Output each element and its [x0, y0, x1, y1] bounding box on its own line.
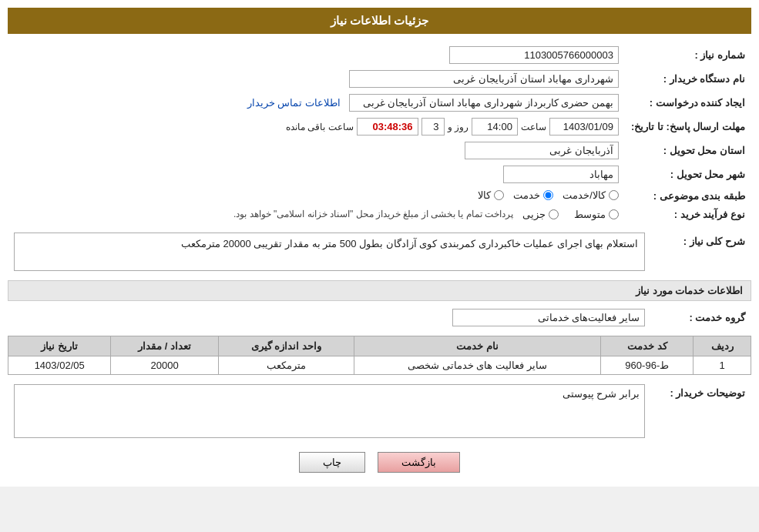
- ijad-konande-label: ایجاد کننده درخواست :: [625, 91, 751, 115]
- sharh-table: شرح کلی نیاز : استعلام بهای اجرای عملیات…: [8, 229, 751, 274]
- mohlat-saat: 14:00: [472, 118, 518, 136]
- grooh-khedmat-value: سایر فعالیت‌های خدماتی: [452, 309, 645, 326]
- ostan-label: استان محل تحویل :: [625, 139, 751, 162]
- tosif-placeholder: برابر شرح پیوستی: [563, 388, 640, 400]
- radio-khedmat-input[interactable]: [543, 190, 553, 200]
- name-dastgah-label: نام دستگاه خریدار :: [625, 67, 751, 91]
- mohlat-label: مهلت ارسال پاسخ: تا تاریخ:: [625, 115, 751, 139]
- mohlat-date: 1403/01/09: [549, 118, 619, 136]
- radio-kala-khedmat-label: کالا/خدمت: [563, 189, 606, 201]
- shomara-niaz-label: شماره نیاز :: [625, 43, 751, 67]
- nooe-farayand-label: نوع فرآیند خرید :: [625, 206, 751, 223]
- tosif-value: برابر شرح پیوستی: [14, 384, 645, 438]
- radio-jozii-label: جزیی: [522, 209, 546, 220]
- mohlat-saat-label: ساعت: [521, 122, 546, 132]
- button-row: بازگشت چاپ: [8, 452, 751, 473]
- radio-note: پرداخت تمام یا بخشی از مبلغ خریداز محل "…: [233, 209, 513, 219]
- cell-radif: 1: [694, 356, 751, 375]
- col-vahed: واحد اندازه گیری: [218, 336, 354, 356]
- shomara-niaz-value: 1103005766000003: [449, 46, 619, 64]
- radio-khedmat-label: خدمت: [513, 189, 540, 201]
- khadamat-section-header: اطلاعات خدمات مورد نیاز: [8, 280, 751, 301]
- radio-mottavaset-label: متوسط: [574, 209, 606, 220]
- cell-kod: ط-96-960: [601, 356, 694, 375]
- back-button[interactable]: بازگشت: [378, 452, 460, 473]
- radio-mottavaset-input[interactable]: [609, 209, 619, 219]
- col-nam: نام خدمت: [354, 336, 601, 356]
- radio-kala-label: کالا: [478, 189, 491, 201]
- name-dastgah-value: شهرداری مهاباد استان آذربایجان غربی: [349, 70, 619, 88]
- radio-kala-input[interactable]: [494, 190, 504, 200]
- mohlat-remaining-label: ساعت باقی مانده: [286, 122, 354, 132]
- radio-kala-khedmat: کالا/خدمت: [563, 189, 619, 201]
- radio-jozii: جزیی: [522, 209, 559, 220]
- cell-vahed: مترمکعب: [218, 356, 354, 375]
- mohlat-roz-label: روز و: [448, 122, 468, 132]
- grooh-khedmat-label: گروه خدمت :: [651, 306, 751, 330]
- col-kod: کد خدمت: [601, 336, 694, 356]
- cell-nam: سایر فعالیت های خدماتی شخصی: [354, 356, 601, 375]
- ijad-konande-value: بهمن حضری کاربرداز شهرداری مهاباد استان …: [349, 94, 619, 112]
- col-tarikh: تاریخ نیاز: [8, 336, 111, 356]
- mohlat-roz: 3: [421, 118, 445, 136]
- page-container: جزئیات اطلاعات نیاز شماره نیاز : 1103005…: [0, 0, 759, 487]
- col-tedad: تعداد / مقدار: [111, 336, 218, 356]
- page-title: جزئیات اطلاعات نیاز: [8, 8, 751, 34]
- radio-kala-khedmat-input[interactable]: [609, 190, 619, 200]
- print-button[interactable]: چاپ: [299, 452, 365, 473]
- shahr-label: شهر محل تحویل :: [625, 162, 751, 186]
- ostan-value: آذربایجان غربی: [465, 142, 619, 159]
- cell-tedad: 20000: [111, 356, 218, 375]
- cell-tarikh: 1403/02/05: [8, 356, 111, 375]
- col-radif: ردیف: [694, 336, 751, 356]
- sharh-label: شرح کلی نیاز :: [651, 229, 751, 274]
- sharh-value: استعلام بهای اجرای عملیات خاکبرداری کمرب…: [14, 233, 645, 271]
- tabaqe-radio-group: کالا/خدمت خدمت کالا: [478, 189, 619, 201]
- grooh-khedmat-table: گروه خدمت : سایر فعالیت‌های خدماتی: [8, 306, 751, 330]
- shahr-value: مهاباد: [503, 166, 619, 183]
- radio-mottavaset: متوسط: [574, 209, 619, 220]
- etelaaat-link[interactable]: اطلاعات تماس خریدار: [247, 97, 341, 109]
- services-table: ردیف کد خدمت نام خدمت واحد اندازه گیری ت…: [8, 336, 751, 375]
- tozihat-table: توضیحات خریدار : برابر شرح پیوستی: [8, 381, 751, 441]
- radio-kala: کالا: [478, 189, 504, 201]
- mohlat-remaining: 03:48:36: [357, 118, 418, 136]
- tabaqe-label: طبقه بندی موضوعی :: [625, 186, 751, 206]
- info-table: شماره نیاز : 1103005766000003 نام دستگاه…: [8, 43, 751, 223]
- tosif-label: توضیحات خریدار :: [651, 381, 751, 441]
- radio-jozii-input[interactable]: [549, 209, 559, 219]
- table-row: 1ط-96-960سایر فعالیت های خدماتی شخصیمترم…: [8, 356, 751, 375]
- radio-khedmat: خدمت: [513, 189, 553, 201]
